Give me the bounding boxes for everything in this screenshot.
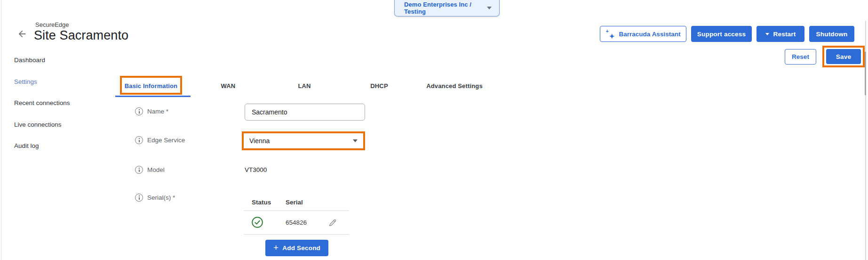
name-input[interactable] xyxy=(245,104,365,121)
tab-lan[interactable]: LAN xyxy=(267,79,342,93)
pencil-icon xyxy=(328,218,337,228)
edge-service-label-text: Edge Service xyxy=(147,137,185,144)
serial-table-header-serial: Serial xyxy=(286,199,303,206)
tab-dhcp[interactable]: DHCP xyxy=(342,79,417,93)
reset-label: Reset xyxy=(792,53,809,60)
sidebar-item-live-connections[interactable]: Live connections xyxy=(14,121,62,128)
secureedge-site-page: Demo Enterprises Inc / Testing SecureEdg… xyxy=(0,0,868,260)
edge-service-value: Vienna xyxy=(249,137,270,145)
edge-service-select[interactable]: Vienna xyxy=(242,131,365,150)
product-label: SecureEdge xyxy=(35,21,69,28)
tenant-selector-label: Demo Enterprises Inc / Testing xyxy=(404,1,487,15)
scrollbar-thumb[interactable] xyxy=(865,52,866,95)
sidebar-item-recent-connections[interactable]: Recent connections xyxy=(14,99,70,106)
back-button[interactable] xyxy=(16,28,28,41)
sparkle-icon: + ✦ xyxy=(606,30,615,38)
active-tab-underline xyxy=(115,96,191,97)
save-button[interactable]: Save xyxy=(826,49,861,64)
edit-serial-button[interactable] xyxy=(327,218,338,228)
info-icon[interactable] xyxy=(135,194,143,202)
serial-table-header-status: Status xyxy=(252,199,271,206)
tab-advanced-settings[interactable]: Advanced Settings xyxy=(417,79,492,93)
chevron-down-icon xyxy=(353,139,358,142)
reset-button[interactable]: Reset xyxy=(785,49,816,65)
shutdown-button[interactable]: Shutdown xyxy=(809,26,854,42)
name-label-text: Name * xyxy=(147,108,168,115)
save-annotation-highlight: Save xyxy=(822,46,865,67)
sidebar-item-audit-log[interactable]: Audit log xyxy=(14,142,39,149)
tenant-selector[interactable]: Demo Enterprises Inc / Testing xyxy=(394,0,500,16)
table-divider xyxy=(244,211,349,211)
tab-wan[interactable]: WAN xyxy=(191,79,266,93)
info-icon[interactable] xyxy=(135,107,143,115)
chevron-down-icon xyxy=(765,33,769,35)
add-second-serial-button[interactable]: + Add Second xyxy=(265,240,328,256)
sidebar-item-dashboard[interactable]: Dashboard xyxy=(14,57,45,64)
model-label-text: Model xyxy=(147,166,165,173)
page-title: Site Sacramento xyxy=(34,28,128,43)
serial-number-value: 654826 xyxy=(286,219,307,226)
support-access-label: Support access xyxy=(697,31,746,38)
sidebar-item-settings[interactable]: Settings xyxy=(14,78,37,85)
arrow-left-icon xyxy=(17,29,27,39)
tab-basic-information[interactable]: Basic Information xyxy=(113,79,189,93)
model-field-label: Model xyxy=(135,166,165,174)
chevron-down-icon xyxy=(487,7,492,9)
shutdown-label: Shutdown xyxy=(816,31,848,38)
status-ok-icon xyxy=(251,216,263,230)
support-access-button[interactable]: Support access xyxy=(691,26,752,42)
info-icon[interactable] xyxy=(135,166,143,174)
add-second-label: Add Second xyxy=(282,244,320,252)
info-icon[interactable] xyxy=(135,136,143,144)
name-field-label: Name * xyxy=(135,107,168,115)
save-label: Save xyxy=(836,53,851,60)
serials-field-label: Serial(s) * xyxy=(135,194,175,202)
assistant-button-label: Barracuda Assistant xyxy=(619,31,681,38)
model-value: VT3000 xyxy=(245,166,267,173)
barracuda-assistant-button[interactable]: + ✦ Barracuda Assistant xyxy=(600,26,686,42)
edge-service-field-label: Edge Service xyxy=(135,136,185,144)
restart-label: Restart xyxy=(773,31,796,38)
plus-icon: + xyxy=(273,243,279,253)
serials-label-text: Serial(s) * xyxy=(147,194,175,201)
table-divider xyxy=(244,234,349,235)
restart-button[interactable]: Restart xyxy=(757,26,804,42)
window-left-edge xyxy=(1,0,1,260)
